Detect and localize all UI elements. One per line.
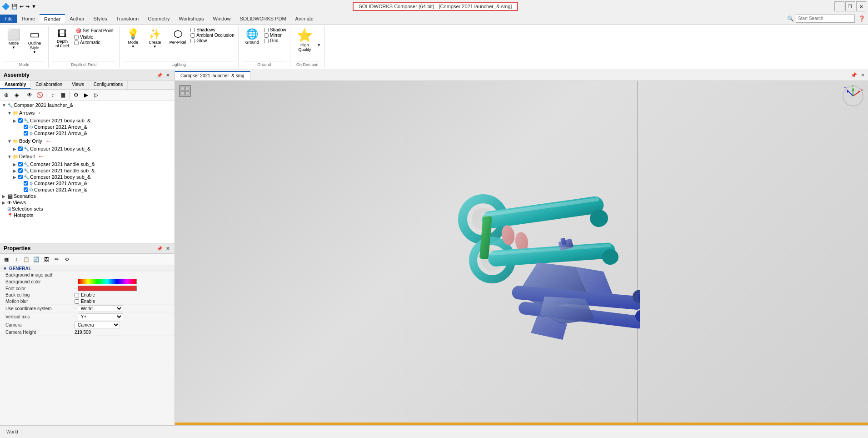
hide-btn[interactable]: 🚫 [35, 91, 44, 100]
menu-solidworks-pdm[interactable]: SOLIDWORKS PDM [235, 15, 291, 23]
expand-handle-sub-1[interactable]: ▶ [13, 162, 17, 167]
tree-item-body-sub-1[interactable]: ▶ 🔧 Compser 2021 body sub_& [0, 117, 175, 124]
check-handle-sub-2[interactable] [18, 168, 23, 173]
check-arrow-1[interactable] [24, 125, 28, 129]
props-close-button[interactable]: ✕ [165, 246, 171, 252]
mirror-checkbox[interactable] [264, 33, 269, 38]
menu-geometry[interactable]: Geometry [143, 15, 174, 23]
tree-item-body-sub-2[interactable]: ▶ 🔧 Compser 2021 body sub_& [0, 146, 175, 152]
props-sort-btn[interactable]: ↕ [12, 255, 21, 264]
menu-render[interactable]: Render [40, 14, 65, 23]
select-all-btn[interactable]: ⊕ [2, 91, 11, 100]
on-demand-arrow[interactable]: ▼ [317, 43, 321, 54]
ambient-occlusion-checkbox[interactable] [190, 33, 195, 38]
check-body-sub-2[interactable] [18, 146, 23, 151]
grid-checkbox[interactable] [264, 39, 269, 43]
quick-access-undo[interactable]: ↩ [20, 4, 24, 10]
outline-style-button[interactable]: ▭ OutlineStyle ▼ [25, 27, 45, 56]
glow-checkbox[interactable] [190, 39, 195, 43]
quick-access-more[interactable]: ▼ [31, 4, 36, 9]
tab-collaboration[interactable]: Collaboration [31, 81, 67, 89]
expand-body-sub-3[interactable]: ▶ [13, 175, 17, 180]
minimize-button[interactable]: — [834, 1, 844, 11]
camera-select[interactable]: Camera [75, 322, 120, 328]
ground-button[interactable]: 🌐 Ground [242, 27, 262, 46]
expand-handle-sub-2[interactable]: ▶ [13, 168, 17, 173]
check-body-sub-1[interactable] [18, 118, 23, 123]
tree-item-hotspots[interactable]: 📍 Hotspots [0, 212, 175, 218]
expand-default[interactable]: ▼ [7, 154, 12, 159]
vertical-axis-select[interactable]: Y+ [78, 313, 123, 320]
general-section-header[interactable]: ▼ GENERAL [0, 265, 175, 272]
menu-animate[interactable]: Animate [291, 15, 318, 23]
props-general-btn[interactable]: ▦ [2, 255, 11, 264]
tab-views[interactable]: Views [67, 81, 89, 89]
high-quality-button[interactable]: ⭐ HighQuality [294, 27, 315, 54]
back-culling-checkbox[interactable] [75, 293, 79, 297]
shadows-checkbox[interactable] [190, 28, 195, 32]
menu-workshops[interactable]: Workshops [175, 15, 209, 23]
expand-root[interactable]: ▼ [2, 103, 6, 108]
select-geometry-btn[interactable]: ◈ [12, 91, 21, 100]
expand-body-sub-2[interactable]: ▶ [13, 146, 17, 151]
tree-item-root[interactable]: ▼ 🔧 Compser 2021 launcher_& [0, 102, 175, 108]
check-handle-sub-1[interactable] [18, 162, 23, 166]
mode-button[interactable]: ⬜ Mode ▼ [4, 27, 24, 51]
play-btn[interactable]: ▶ [81, 91, 90, 100]
depth-of-field-button[interactable]: 🎞 Depthof Field [52, 27, 72, 50]
tab-configurations[interactable]: Configurations [89, 81, 128, 89]
coord-system-select[interactable]: World [78, 305, 123, 312]
lighting-mode-button[interactable]: 💡 Mode ▼ [123, 27, 143, 50]
set-focal-point-btn[interactable]: 🎯 Set Focal Point [74, 27, 115, 34]
tree-item-handle-sub-2[interactable]: ▶ 🔧 Compser 2021 handle sub_& [0, 167, 175, 174]
tree-item-arrows[interactable]: ▼ 📁 Arrows ← [0, 108, 175, 117]
tree-item-body-sub-3[interactable]: ▶ 🔧 Compser 2021 body sub_& [0, 174, 175, 180]
tab-assembly[interactable]: Assembly [0, 81, 31, 89]
check-body-sub-3[interactable] [18, 175, 23, 179]
tree-item-scenarios[interactable]: ▶ 🎬 Scenarios [0, 193, 175, 199]
menu-styles[interactable]: Styles [89, 15, 112, 23]
visible-checkbox[interactable] [74, 35, 79, 40]
props-edit-btn[interactable]: ✏ [52, 255, 61, 264]
check-arrow-2[interactable] [24, 131, 28, 136]
menu-home[interactable]: Home [17, 15, 40, 23]
per-pixel-button[interactable]: ⬡ Per-Pixel [167, 27, 189, 46]
shadow-checkbox[interactable] [264, 28, 269, 32]
expand-arrows[interactable]: ▼ [7, 111, 12, 116]
tree-item-handle-sub-1[interactable]: ▶ 🔧 Compser 2021 handle sub_& [0, 161, 175, 167]
table-view-btn[interactable]: ▦ [58, 91, 67, 100]
expand-body-only[interactable]: ▼ [7, 139, 12, 144]
help-icon[interactable]: ❓ [858, 15, 865, 22]
settings-btn[interactable]: ⚙ [71, 91, 80, 100]
tree-item-arrow-3[interactable]: ⚙ Compser 2021 Arrow_& [0, 180, 175, 186]
vp-close-btn[interactable]: ✕ [859, 72, 866, 78]
pin-button[interactable]: 📌 [155, 72, 164, 78]
restore-button[interactable]: ❐ [845, 1, 855, 11]
viewport-tab[interactable]: Compser 2021 launcher_&.smg [175, 71, 250, 80]
tree-item-default[interactable]: ▼ 📁 Default ← [0, 152, 175, 161]
menu-file[interactable]: File [0, 15, 17, 23]
props-sync-btn[interactable]: ⟲ [62, 255, 71, 264]
background-color-bar[interactable] [78, 279, 137, 284]
menu-transform[interactable]: Transform [112, 15, 144, 23]
quick-access-redo[interactable]: ↪ [25, 4, 30, 10]
props-refresh-btn[interactable]: 🔄 [32, 255, 41, 264]
close-button[interactable]: ✕ [856, 1, 866, 11]
props-tree-btn[interactable]: 📋 [22, 255, 31, 264]
tree-item-arrow-2[interactable]: ⚙ Compser 2021 Arrow_& [0, 130, 175, 136]
more-btn[interactable]: ▷ [91, 91, 100, 100]
expand-scenarios[interactable]: ▶ [2, 194, 6, 199]
tree-item-arrow-1[interactable]: ⚙ Compser 2021 Arrow_& [0, 124, 175, 130]
expand-views[interactable]: ▶ [2, 200, 6, 205]
menu-author[interactable]: Author [65, 15, 89, 23]
menu-window[interactable]: Window [208, 15, 235, 23]
search-input[interactable] [796, 15, 855, 23]
motion-blur-checkbox[interactable] [75, 299, 79, 304]
sort-btn[interactable]: ↕ [48, 91, 57, 100]
tree-item-arrow-4[interactable]: ⚙ Compser 2021 Arrow_& [0, 186, 175, 193]
props-pin-button[interactable]: 📌 [155, 246, 164, 252]
tree-item-body-only[interactable]: ▼ 📁 Body Only ← [0, 136, 175, 146]
lighting-create-button[interactable]: ✨ Create ▼ [145, 27, 165, 50]
props-image-btn[interactable]: 🖼 [42, 255, 51, 264]
close-panel-button[interactable]: ✕ [165, 72, 171, 78]
